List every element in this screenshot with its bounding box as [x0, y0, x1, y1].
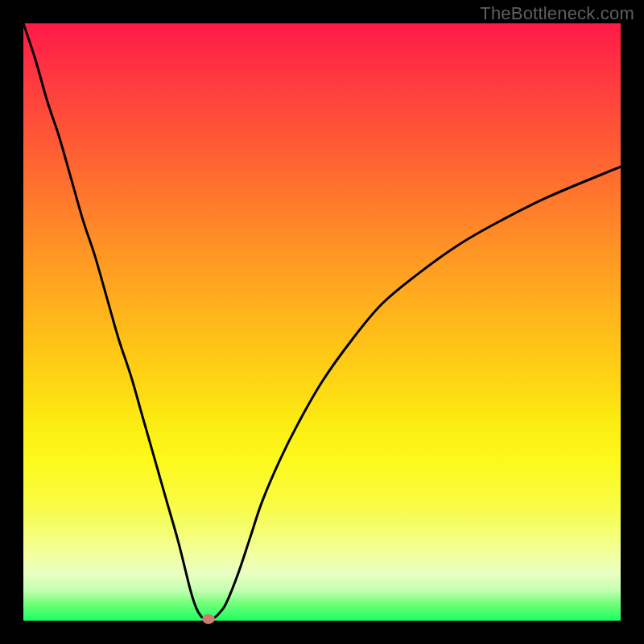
- chart-frame: TheBottleneck.com: [0, 0, 644, 644]
- plot-area: [23, 23, 621, 621]
- watermark-text: TheBottleneck.com: [480, 3, 634, 24]
- bottleneck-curve: [23, 23, 621, 621]
- optimal-point-marker: [202, 614, 215, 624]
